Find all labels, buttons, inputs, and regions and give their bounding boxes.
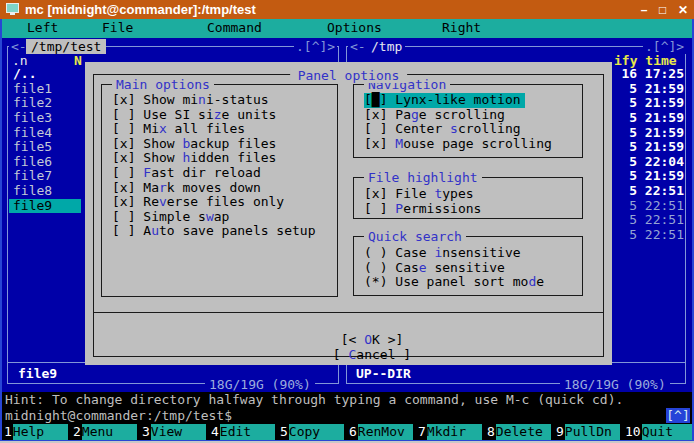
menu-item-right[interactable]: Right bbox=[442, 20, 481, 35]
file-time-cell[interactable]: 5 22:51 bbox=[600, 213, 686, 228]
checkbox-option[interactable]: [ ] Mix all files bbox=[112, 122, 249, 137]
command-prompt[interactable]: midnight@commander:/tmp/test$ bbox=[2, 408, 692, 424]
fnkey-label: Quit bbox=[642, 424, 692, 440]
checkbox-option[interactable]: [x] Show mini-status bbox=[112, 93, 273, 108]
menu-item-command[interactable]: Command bbox=[207, 20, 262, 35]
option-hotkey: e bbox=[419, 260, 427, 275]
fnkey-help[interactable]: 1Help bbox=[2, 424, 71, 440]
file-time-cell[interactable]: 5 21:59 bbox=[600, 126, 686, 141]
file-time-cell[interactable]: 5 21:59 bbox=[600, 96, 686, 111]
file-time-cell[interactable]: 5 22:51 bbox=[600, 199, 686, 214]
history-button[interactable]: [^] bbox=[666, 408, 690, 423]
file-row[interactable]: file1 bbox=[9, 82, 56, 97]
right-size-info: 18G/19G (90%) bbox=[560, 377, 670, 392]
option-label: Mi bbox=[143, 121, 159, 136]
radio-option[interactable]: ( ) Case sensitive bbox=[364, 261, 509, 276]
checkbox-option[interactable]: [x] Page scrolling bbox=[364, 108, 509, 123]
fnkey-label: Menu bbox=[82, 424, 137, 440]
file-time-cell[interactable]: 5 21:59 bbox=[600, 111, 686, 126]
menu-item-left[interactable]: Left bbox=[27, 20, 58, 35]
checkbox-mark: [ ] bbox=[112, 165, 143, 180]
file-row[interactable]: file7 bbox=[9, 169, 56, 184]
file-time-cell[interactable]: 5 22:51 bbox=[600, 184, 686, 199]
checkbox-option[interactable]: [ ] Permissions bbox=[364, 202, 485, 217]
fnkey-number: 10 bbox=[623, 424, 642, 440]
checkbox-mark: [ ] bbox=[112, 209, 143, 224]
option-label: Use panel sort mo bbox=[395, 274, 528, 289]
checkbox-mark: [x] bbox=[112, 194, 143, 209]
fnkey-number: 7 bbox=[416, 424, 427, 440]
ok-button[interactable]: [< OK >] bbox=[341, 332, 404, 347]
checkbox-option[interactable]: [█] Lynx-like motion bbox=[364, 93, 525, 108]
checkbox-mark: [x] bbox=[112, 180, 143, 195]
checkbox-mark: [x] bbox=[364, 186, 395, 201]
file-time-cell[interactable]: 5 22:04 bbox=[600, 155, 686, 170]
file-row[interactable]: file5 bbox=[9, 140, 56, 155]
checkbox-mark: [x] bbox=[364, 107, 395, 122]
checkbox-option[interactable]: [x] Mouse page scrolling bbox=[364, 137, 556, 152]
right-panel-controls[interactable]: .[^]> bbox=[643, 39, 686, 54]
file-time-cell[interactable]: 5 21:59 bbox=[600, 169, 686, 184]
fnkey-label: RenMov bbox=[358, 424, 413, 440]
right-history-back-icon[interactable]: <- bbox=[348, 39, 368, 54]
checkbox-option[interactable]: [ ] Auto save panels setup bbox=[112, 224, 320, 239]
option-label: Show bbox=[143, 136, 182, 151]
file-row[interactable]: file8 bbox=[9, 184, 56, 199]
fnkey-label: Mkdir bbox=[427, 424, 482, 440]
menu-item-file[interactable]: File bbox=[102, 20, 133, 35]
file-time-cell[interactable]: 5 21:59 bbox=[600, 140, 686, 155]
option-label: ap bbox=[214, 209, 230, 224]
dialog-buttons: [< OK >] [ Cancel ] bbox=[85, 317, 612, 377]
option-label: Case bbox=[395, 245, 434, 260]
left-panel-controls[interactable]: .[^]> bbox=[294, 39, 337, 54]
right-panel-path[interactable]: /tmp bbox=[368, 39, 405, 54]
file-row-selected[interactable]: file9 bbox=[9, 199, 81, 214]
dialog-button-separator bbox=[93, 312, 604, 313]
maximize-button[interactable]: □ bbox=[659, 3, 666, 17]
file-row[interactable]: file3 bbox=[9, 111, 56, 126]
fnkey-copy[interactable]: 5Copy bbox=[278, 424, 347, 440]
fnkey-delete[interactable]: 8Delete bbox=[485, 424, 554, 440]
left-panel-path[interactable]: /tmp/test bbox=[26, 39, 106, 54]
checkbox-option[interactable]: [x] File types bbox=[364, 187, 478, 202]
file-time-cell[interactable]: 5 22:51 bbox=[600, 228, 686, 243]
checkbox-option[interactable]: [ ] Use SI size units bbox=[112, 108, 280, 123]
menubar: LeftFileCommandOptionsRight bbox=[2, 19, 692, 38]
checkbox-option[interactable]: [ ] Fast dir reload bbox=[112, 166, 265, 181]
fnkey-quit[interactable]: 10Quit bbox=[623, 424, 692, 440]
file-row[interactable]: file4 bbox=[9, 126, 56, 141]
file-row[interactable]: /.. bbox=[9, 67, 40, 82]
file-time-cell[interactable]: 16 17:25 bbox=[600, 67, 686, 82]
cancel-button[interactable]: [ Cancel ] bbox=[333, 347, 411, 362]
fnkey-menu[interactable]: 2Menu bbox=[71, 424, 140, 440]
checkbox-option[interactable]: [x] Show backup files bbox=[112, 137, 280, 152]
main-options-group-title: Main options bbox=[112, 77, 214, 92]
quick-search-group-title: Quick search bbox=[364, 229, 466, 244]
function-key-bar: 1Help2Menu3View4Edit5Copy6RenMov7Mkdir8D… bbox=[2, 424, 692, 440]
file-row[interactable]: file2 bbox=[9, 96, 56, 111]
option-hotkey: g bbox=[411, 107, 419, 122]
close-button[interactable]: ✕ bbox=[678, 3, 688, 17]
checkbox-option[interactable]: [ ] Center scrolling bbox=[364, 122, 525, 137]
option-label: Ma bbox=[143, 180, 159, 195]
fnkey-edit[interactable]: 4Edit bbox=[209, 424, 278, 440]
radio-option[interactable]: (*) Use panel sort mode bbox=[364, 275, 548, 290]
fnkey-view[interactable]: 3View bbox=[140, 424, 209, 440]
checkbox-option[interactable]: [ ] Simple swap bbox=[112, 210, 233, 225]
checkbox-option[interactable]: [x] Reverse files only bbox=[112, 195, 288, 210]
menu-item-options[interactable]: Options bbox=[327, 20, 382, 35]
checkbox-option[interactable]: [x] Show hidden files bbox=[112, 151, 280, 166]
fnkey-pulldn[interactable]: 9PullDn bbox=[554, 424, 623, 440]
name-column-header[interactable]: N bbox=[74, 53, 82, 68]
fnkey-mkdir[interactable]: 7Mkdir bbox=[416, 424, 485, 440]
file-time-cell[interactable]: 5 21:59 bbox=[600, 82, 686, 97]
checkbox-option[interactable]: [x] Mark moves down bbox=[112, 181, 265, 196]
checkbox-mark: (*) bbox=[364, 274, 395, 289]
file-row[interactable]: file6 bbox=[9, 155, 56, 170]
minimize-button[interactable]: – bbox=[641, 3, 648, 17]
checkbox-mark: [x] bbox=[112, 136, 143, 151]
fnkey-renmov[interactable]: 6RenMov bbox=[347, 424, 416, 440]
option-label: idden files bbox=[190, 150, 276, 165]
radio-option[interactable]: ( ) Case insensitive bbox=[364, 246, 525, 261]
fnkey-number: 8 bbox=[485, 424, 496, 440]
